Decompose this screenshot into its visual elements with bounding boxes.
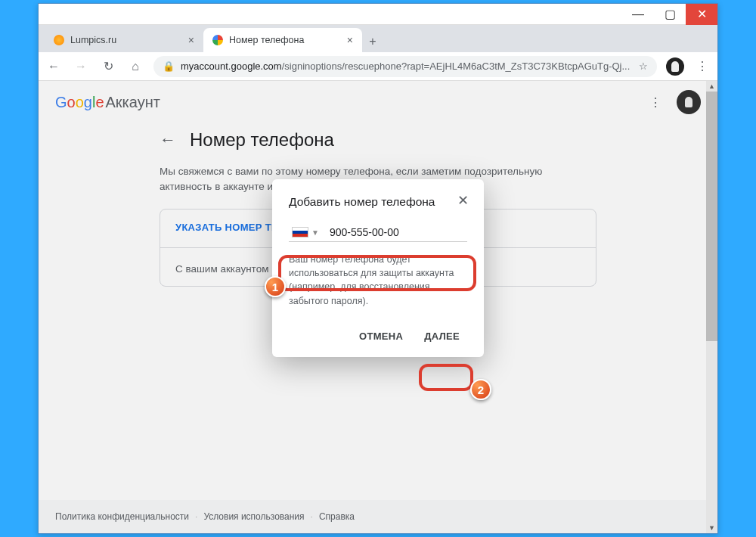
- profile-avatar[interactable]: [666, 57, 684, 76]
- browser-menu-button[interactable]: ⋮: [693, 59, 711, 73]
- phone-field[interactable]: ▼: [289, 222, 467, 242]
- modal-close-button[interactable]: ✕: [452, 190, 473, 211]
- browser-window: — ▢ ✕ Lumpics.ru × Номер телефона × + ← …: [38, 3, 718, 534]
- reload-button[interactable]: ↻: [99, 57, 117, 76]
- modal-backdrop: Добавить номер телефона ✕ ▼ Ваш номер те…: [39, 81, 717, 533]
- close-icon[interactable]: ×: [347, 34, 353, 46]
- modal-description: Ваш номер телефона будет использоваться …: [289, 253, 467, 308]
- window-close-button[interactable]: ✕: [686, 4, 717, 25]
- url-input[interactable]: 🔒 myaccount.google.com/signinoptions/res…: [153, 56, 657, 77]
- star-icon[interactable]: ☆: [639, 61, 648, 72]
- tab-lumpics[interactable]: Lumpics.ru ×: [45, 28, 203, 52]
- tab-phone-number[interactable]: Номер телефона ×: [203, 28, 362, 52]
- favicon-icon: [54, 35, 64, 45]
- address-bar: ← → ↻ ⌂ 🔒 myaccount.google.com/signinopt…: [39, 52, 717, 81]
- annotation-callout-2: 2: [470, 379, 491, 400]
- forward-button[interactable]: →: [72, 57, 90, 76]
- next-button[interactable]: ДАЛЕЕ: [417, 324, 467, 348]
- url-text: myaccount.google.com/signinoptions/rescu…: [181, 61, 633, 72]
- tab-strip: Lumpics.ru × Номер телефона × +: [39, 25, 717, 52]
- tab-title: Lumpics.ru: [70, 35, 116, 45]
- flag-ru-icon[interactable]: [292, 227, 308, 237]
- modal-title: Добавить номер телефона: [289, 194, 467, 210]
- lock-icon: 🔒: [163, 61, 175, 72]
- tab-title: Номер телефона: [229, 35, 304, 45]
- window-minimize-button[interactable]: —: [622, 4, 654, 25]
- modal-actions: ОТМЕНА ДАЛЕЕ: [289, 324, 467, 348]
- add-phone-modal: Добавить номер телефона ✕ ▼ Ваш номер те…: [272, 179, 484, 357]
- favicon-icon: [212, 35, 223, 45]
- chevron-down-icon[interactable]: ▼: [311, 228, 319, 237]
- phone-input[interactable]: [330, 226, 464, 238]
- new-tab-button[interactable]: +: [362, 31, 383, 52]
- cancel-button[interactable]: ОТМЕНА: [352, 324, 411, 348]
- close-icon[interactable]: ×: [188, 34, 194, 46]
- annotation-highlight-2: [419, 364, 473, 391]
- back-button[interactable]: ←: [45, 57, 63, 76]
- window-maximize-button[interactable]: ▢: [654, 4, 686, 25]
- home-button[interactable]: ⌂: [126, 57, 144, 76]
- annotation-callout-1: 1: [265, 276, 286, 297]
- window-titlebar: — ▢ ✕: [39, 4, 717, 25]
- page-content: Google Аккаунт ⋮ ← Номер телефона Мы свя…: [39, 81, 717, 533]
